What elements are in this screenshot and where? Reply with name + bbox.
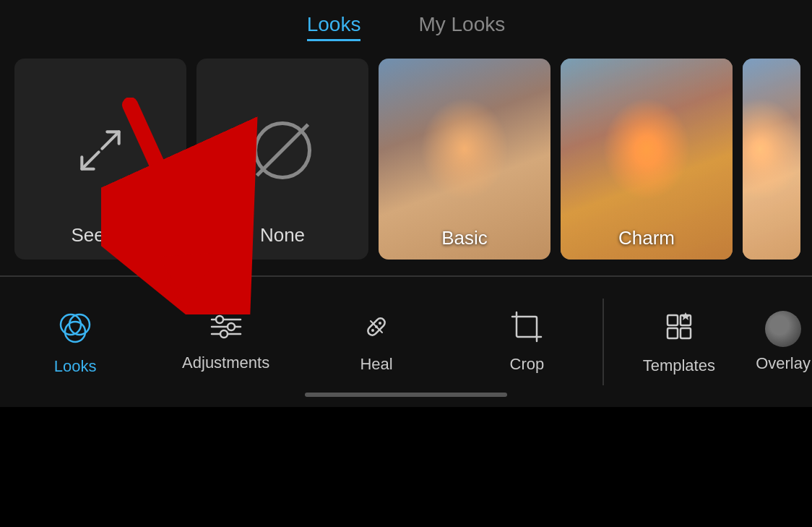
charm-label: Charm (561, 227, 733, 249)
charm-card[interactable]: Charm (561, 59, 733, 260)
svg-point-17 (371, 329, 374, 332)
adjustments-icon (208, 312, 244, 346)
svg-line-0 (82, 152, 98, 168)
basic-label: Basic (379, 227, 550, 249)
partial-photo (743, 59, 800, 260)
partial-card[interactable] (743, 59, 800, 260)
adjustments-label: Adjustments (182, 354, 269, 372)
svg-point-11 (216, 316, 223, 323)
tool-overlay[interactable]: Overlay (754, 304, 812, 380)
templates-icon (662, 309, 696, 349)
svg-point-8 (69, 314, 90, 335)
svg-rect-29 (681, 328, 691, 338)
crop-icon (511, 311, 543, 348)
none-card[interactable]: None (196, 59, 368, 260)
looks-icon (57, 309, 93, 350)
svg-marker-4 (166, 264, 202, 275)
overlay-icon (765, 311, 801, 347)
tool-heal[interactable]: Heal (301, 304, 452, 381)
tab-my-looks[interactable]: My Looks (418, 13, 505, 41)
heal-label: Heal (360, 355, 392, 374)
looks-label: Looks (54, 357, 97, 376)
none-icon (254, 80, 311, 220)
svg-rect-28 (668, 328, 678, 338)
basic-card[interactable]: Basic (379, 59, 550, 260)
see-all-label: See All (72, 224, 130, 247)
see-all-card[interactable]: See All (14, 59, 186, 260)
looks-tab-bar: Looks My Looks (0, 0, 812, 51)
tool-crop[interactable]: Crop (452, 304, 602, 381)
tool-looks[interactable]: Looks (0, 301, 150, 383)
svg-line-1 (102, 132, 118, 148)
svg-point-19 (379, 322, 381, 325)
tool-adjustments[interactable]: Adjustments (150, 305, 301, 380)
overlay-label: Overlay (756, 354, 811, 373)
bottom-toolbar: Looks Adjustments (0, 277, 812, 407)
crop-label: Crop (510, 355, 545, 374)
templates-label: Templates (643, 356, 715, 375)
scroll-indicator (305, 393, 507, 397)
svg-point-7 (61, 314, 81, 335)
tab-looks[interactable]: Looks (307, 13, 361, 41)
svg-point-9 (65, 322, 85, 342)
svg-point-13 (228, 323, 235, 330)
svg-marker-30 (681, 312, 690, 320)
svg-point-15 (220, 330, 228, 338)
none-label: None (260, 224, 305, 247)
svg-rect-21 (517, 317, 537, 337)
svg-rect-26 (668, 315, 678, 325)
expand-icon (29, 80, 172, 220)
looks-grid: See All None Basic Charm (0, 51, 812, 275)
heal-icon (360, 311, 392, 348)
tool-templates[interactable]: Templates (604, 302, 754, 382)
